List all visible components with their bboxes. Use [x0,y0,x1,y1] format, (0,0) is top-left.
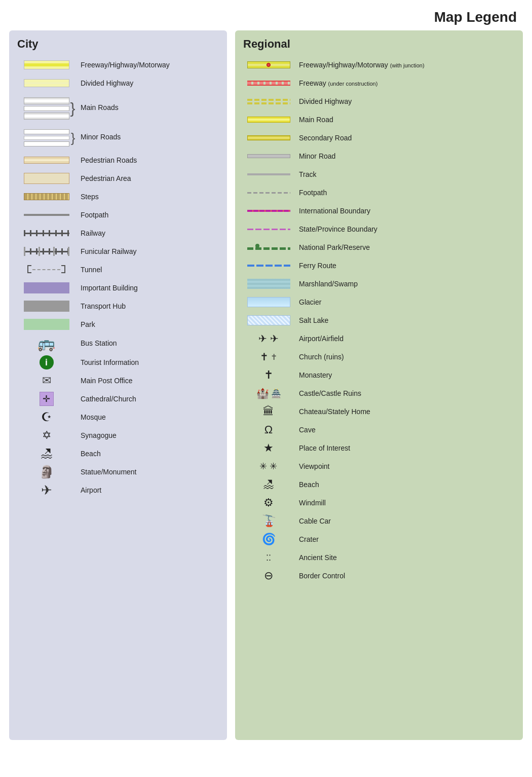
r-church-label: Church (ruins) [294,352,515,361]
r-freeway-label: Freeway/Highway/Motorway (with junction) [294,60,515,69]
transport-hub-label: Transport Hub [75,302,219,311]
r-ancient-symbol: ⁚⁚ [243,553,294,563]
list-item: Freeway/Highway/Motorway (with junction) [243,56,515,74]
list-item: Park [17,315,219,334]
list-item: ✝ Monastery [243,366,515,384]
list-item: i Tourist Information [17,353,219,372]
list-item: Salt Lake [243,311,515,329]
list-item: Steps [17,188,219,206]
r-saltlake-label: Salt Lake [294,316,515,325]
list-item: } Main Roads [17,92,219,123]
list-item: ✈ Airport [17,481,219,500]
r-border-label: Border Control [294,571,515,580]
r-freeway-symbol [243,61,294,68]
list-item: Footpath [17,206,219,224]
statue-symbol: 🗿 [17,465,75,479]
synagogue-label: Synagogue [75,431,219,440]
mosque-symbol: ☪ [17,410,75,424]
airport-city-symbol: ✈ [17,483,75,498]
pedroads-symbol [17,157,75,164]
list-item: ⊖ Border Control [243,567,515,585]
r-minor-symbol [243,154,294,158]
r-marshland-symbol [243,279,294,289]
list-item: Minor Road [243,147,515,165]
mosque-label: Mosque [75,413,219,422]
r-state-boundary-symbol [243,229,294,230]
r-footpath-symbol [243,192,294,194]
r-viewpoint-label: Viewpoint [294,462,515,471]
list-item: Secondary Road [243,129,515,147]
mainroads-symbol: } [17,95,75,120]
steps-symbol [17,193,75,200]
pedarea-symbol [17,173,75,184]
list-item: Funicular Railway [17,242,219,261]
list-item: ⁚⁚ Ancient Site [243,548,515,567]
list-item: 🌀 Crater [243,530,515,548]
r-intl-boundary-symbol [243,209,294,212]
r-divhwy-label: Divided Highway [294,97,515,106]
list-item: Tunnel [17,261,219,279]
r-secondary-symbol [243,135,294,140]
r-cablecar-symbol: 🚡 [243,514,294,528]
freeway-symbol [17,60,75,69]
list-item: 🏛 Chateau/Stately Home [243,402,515,421]
list-item: ✳ ✳ Viewpoint [243,457,515,475]
freeway-label: Freeway/Highway/Motorway [75,60,219,69]
list-item: Important Building [17,279,219,297]
r-intl-boundary-label: International Boundary [294,206,515,215]
r-minor-label: Minor Road [294,152,515,161]
bus-station-symbol: 🚌 [17,335,75,352]
list-item: Freeway (under construction) [243,74,515,92]
beach-city-symbol: 🏖 [17,447,75,461]
r-windmill-label: Windmill [294,498,515,507]
list-item: ✡ Synagogue [17,426,219,445]
list-item: Main Road [243,110,515,129]
r-castle-symbol: 🏰 🏯 [243,387,294,399]
list-item: Pedestrian Area [17,169,219,188]
list-item: ★ Place of Interest [243,439,515,457]
page-title: Map Legend [0,0,532,30]
funicular-symbol [17,248,75,255]
r-glacier-symbol [243,297,294,307]
r-footpath-label: Footpath [294,188,515,197]
city-column: City Freeway/Highway/Motorway Divided Hi… [9,30,227,740]
r-glacier-label: Glacier [294,298,515,307]
r-crater-label: Crater [294,535,515,544]
list-item: Pedestrian Roads [17,151,219,169]
footpath-symbol [17,214,75,216]
list-item: 🏖 Beach [243,475,515,494]
r-church-symbol: ✝ ✝ [243,351,294,363]
synagogue-symbol: ✡ [17,429,75,442]
list-item: Marshland/Swamp [243,275,515,293]
important-building-symbol [17,282,75,293]
pedroads-label: Pedestrian Roads [75,156,219,165]
pedarea-label: Pedestrian Area [75,174,219,183]
minorroads-symbol: } [17,127,75,146]
park-label: Park [75,320,219,329]
r-airport-label: Airport/Airfield [294,334,515,343]
tourist-info-symbol: i [17,355,75,369]
r-mainroad-label: Main Road [294,115,515,124]
list-item: Divided Highway [17,74,219,92]
tourist-info-label: Tourist Information [75,358,219,367]
r-natpark-label: National Park/Reserve [294,243,515,252]
r-ancient-label: Ancient Site [294,553,515,562]
r-cave-label: Cave [294,425,515,434]
r-border-symbol: ⊖ [243,569,294,582]
r-track-label: Track [294,170,515,179]
r-castle-label: Castle/Castle Ruins [294,389,515,398]
regional-column: Regional Freeway/Highway/Motorway (with … [235,30,523,740]
funicular-label: Funicular Railway [75,247,219,256]
r-cablecar-label: Cable Car [294,516,515,526]
r-freeway-construction-symbol [243,81,294,86]
list-item: ☪ Mosque [17,408,219,426]
r-cave-symbol: Ω [243,423,294,436]
list-item: 🚌 Bus Station [17,334,219,353]
regional-heading: Regional [243,38,515,51]
r-freeway-construction-label: Freeway (under construction) [294,79,515,88]
r-place-interest-symbol: ★ [243,441,294,455]
list-item: ✉ Main Post Office [17,372,219,390]
r-beach-label: Beach [294,480,515,489]
r-divhwy-symbol [243,99,294,104]
list-item: ✝ ✝ Church (ruins) [243,348,515,366]
